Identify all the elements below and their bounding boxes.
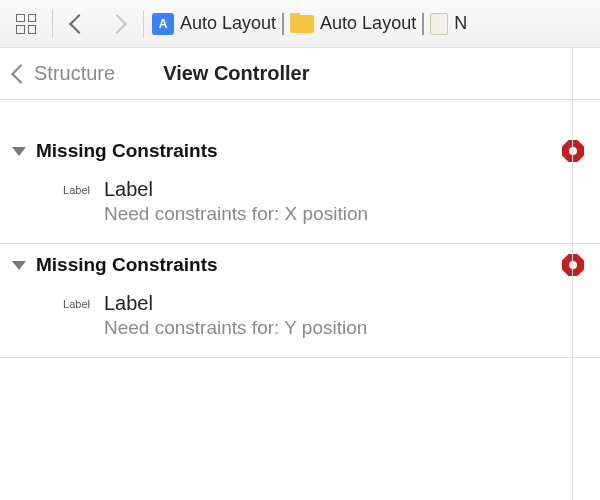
element-thumb-label: Label bbox=[56, 298, 90, 310]
chevron-left-icon bbox=[69, 14, 89, 34]
error-octagon-icon bbox=[562, 254, 584, 276]
back-label: Structure bbox=[34, 62, 115, 85]
back-to-structure-button[interactable]: Structure bbox=[14, 62, 115, 85]
chevron-right-icon bbox=[422, 13, 424, 34]
chevron-right-icon bbox=[107, 14, 127, 34]
section-header[interactable]: Missing Constraints bbox=[0, 130, 600, 172]
issues-list: Missing Constraints Label Label Need con… bbox=[0, 100, 600, 358]
breadcrumb-project[interactable]: Auto Layout bbox=[180, 13, 276, 34]
error-octagon-icon bbox=[562, 140, 584, 162]
issue-row[interactable]: Label Label Need constraints for: X posi… bbox=[0, 172, 600, 243]
issue-element-name: Label bbox=[104, 178, 368, 201]
toolbar: Auto Layout Auto Layout N bbox=[0, 0, 600, 48]
toolbar-separator bbox=[143, 10, 144, 38]
breadcrumb-folder[interactable]: Auto Layout bbox=[320, 13, 416, 34]
grid-icon bbox=[16, 14, 36, 34]
error-badge[interactable] bbox=[562, 140, 584, 162]
related-items-button[interactable] bbox=[8, 7, 44, 41]
disclosure-triangle-icon[interactable] bbox=[12, 261, 26, 270]
section-header[interactable]: Missing Constraints bbox=[0, 244, 600, 286]
file-icon bbox=[430, 13, 448, 35]
chevron-right-icon bbox=[282, 13, 284, 34]
issue-detail: Need constraints for: Y position bbox=[104, 317, 367, 339]
issue-section: Missing Constraints Label Label Need con… bbox=[0, 130, 600, 244]
breadcrumb-file[interactable]: N bbox=[454, 13, 467, 34]
project-icon bbox=[152, 13, 174, 35]
issue-row[interactable]: Label Label Need constraints for: Y posi… bbox=[0, 286, 600, 357]
panel-divider bbox=[572, 48, 573, 500]
panel-header: Structure View Controller bbox=[0, 48, 600, 100]
toolbar-separator bbox=[52, 10, 53, 38]
issue-element-name: Label bbox=[104, 292, 367, 315]
breadcrumb[interactable]: Auto Layout Auto Layout N bbox=[152, 13, 467, 35]
page-title: View Controller bbox=[163, 62, 309, 85]
issue-section: Missing Constraints Label Label Need con… bbox=[0, 244, 600, 358]
element-thumb-label: Label bbox=[56, 184, 90, 196]
nav-forward-button bbox=[99, 7, 135, 41]
issue-detail: Need constraints for: X position bbox=[104, 203, 368, 225]
section-title: Missing Constraints bbox=[36, 140, 552, 162]
nav-back-button[interactable] bbox=[61, 7, 97, 41]
disclosure-triangle-icon[interactable] bbox=[12, 147, 26, 156]
chevron-left-icon bbox=[11, 64, 31, 84]
folder-icon bbox=[290, 15, 314, 33]
error-badge[interactable] bbox=[562, 254, 584, 276]
section-title: Missing Constraints bbox=[36, 254, 552, 276]
